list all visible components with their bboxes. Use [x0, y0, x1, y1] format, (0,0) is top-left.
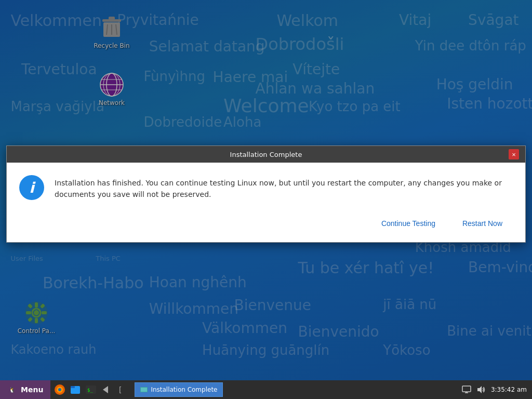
taskbar-window-label: Installation Complete: [151, 386, 217, 393]
installation-complete-dialog: Installation Complete × i Installation h…: [6, 145, 526, 243]
system-time: 3:35:42 am: [491, 386, 527, 393]
brackets-taskbar-icon[interactable]: [ ]: [115, 382, 129, 397]
svg-rect-35: [462, 386, 471, 392]
taskbar-apps: $_ [ ]: [50, 380, 131, 399]
dialog-titlebar: Installation Complete ×: [7, 146, 525, 163]
svg-point-28: [58, 388, 61, 391]
dialog-buttons: Continue Testing Restart Now: [7, 211, 525, 242]
continue-testing-button[interactable]: Continue Testing: [371, 215, 446, 232]
restart-now-button[interactable]: Restart Now: [452, 215, 513, 232]
taskbar-window-item[interactable]: Installation Complete: [135, 382, 223, 397]
svg-marker-33: [103, 386, 108, 393]
taskbar-menu-button[interactable]: 🐧 Menu: [0, 380, 50, 399]
files-taskbar-icon[interactable]: [68, 382, 83, 397]
taskbar-tray: 3:35:42 am: [457, 380, 532, 399]
firefox-taskbar-icon[interactable]: [52, 382, 67, 397]
window-indicator: [140, 387, 148, 392]
time-display: 3:35:42 am: [491, 386, 527, 393]
svg-marker-38: [477, 386, 482, 393]
terminal-taskbar-icon[interactable]: $_: [84, 382, 98, 397]
screen-tray-icon[interactable]: [462, 385, 471, 394]
volume-tray-icon[interactable]: [476, 385, 486, 394]
svg-text:🐧: 🐧: [9, 387, 16, 393]
arrow-taskbar-icon[interactable]: [99, 382, 114, 397]
svg-rect-30: [71, 386, 75, 388]
dialog-body: i Installation has finished. You can con…: [7, 163, 525, 211]
dialog-close-button[interactable]: ×: [509, 149, 519, 159]
menu-label: Menu: [21, 385, 43, 394]
svg-text:[ ]: [ ]: [118, 385, 128, 394]
svg-text:$_: $_: [87, 388, 93, 393]
dialog-title: Installation Complete: [23, 151, 509, 158]
taskbar: 🐧 Menu $_: [0, 380, 532, 399]
info-icon: i: [19, 175, 44, 200]
dialog-message: Installation has finished. You can conti…: [55, 175, 513, 201]
